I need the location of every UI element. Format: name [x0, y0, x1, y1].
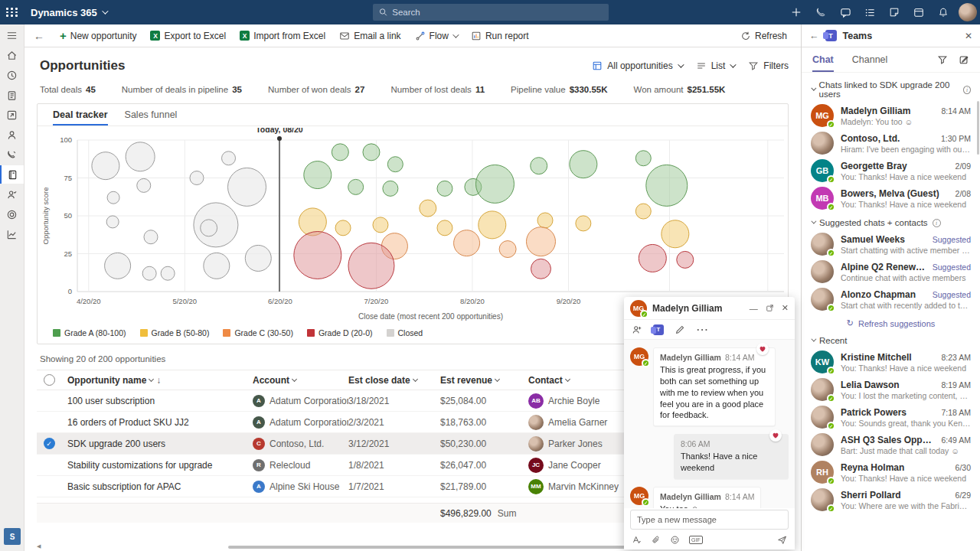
teams-icon[interactable]: T — [653, 324, 664, 335]
phone-icon[interactable] — [808, 0, 833, 24]
tab-channel[interactable]: Channel — [852, 47, 888, 72]
opportunities-icon[interactable] — [0, 165, 24, 184]
contact-cell[interactable]: ABArchie Boyle — [528, 393, 624, 409]
section-header[interactable]: Recent — [802, 330, 980, 348]
teams-scrollbar[interactable] — [977, 101, 979, 155]
app-title[interactable]: Dynamics 365 — [31, 7, 106, 18]
scroll-left-arrow[interactable]: ◀ — [37, 543, 41, 549]
column-header-c4[interactable]: Est revenue — [440, 375, 528, 386]
new-opportunity-button[interactable]: +New opportunity — [54, 26, 142, 46]
contacts-icon[interactable] — [0, 126, 24, 144]
chat-list-item[interactable]: ASH Q3 Sales Opportunity6:49 AMBart: Jus… — [802, 431, 980, 458]
chat-list-item[interactable]: GB✓Georgette Bray2/09You: Thanks! Have a… — [802, 157, 980, 184]
chat-list-item[interactable]: RH✓Reyna Holman6/30You: Thanks! Have a n… — [802, 458, 980, 486]
user-avatar[interactable] — [956, 0, 980, 24]
contact-cell[interactable]: Parker Jones — [528, 436, 624, 452]
account-cell[interactable]: AAdatum Corporation — [253, 395, 348, 407]
tab-chat[interactable]: Chat — [812, 47, 834, 72]
home-icon[interactable] — [0, 46, 24, 64]
add-person-icon[interactable] — [632, 324, 642, 335]
refresh-suggestions-link[interactable]: ↻Refresh suggestions — [802, 313, 980, 330]
filter-icon[interactable] — [937, 54, 948, 65]
contact-cell[interactable]: Amelia Garner — [528, 415, 624, 430]
search-input[interactable] — [392, 8, 603, 17]
account-cell[interactable]: AAlpine Ski House — [253, 481, 348, 493]
column-header-c1[interactable]: Opportunity name↓ — [67, 375, 253, 386]
account-cell[interactable]: CContoso, Ltd. — [253, 438, 348, 450]
chat-list-item[interactable]: ✓Sherri Pollard6/29You: Where are we wit… — [802, 486, 980, 514]
chat-list-item[interactable]: MB✓Bowers, Melva (Guest)2/08You: Thanks!… — [802, 184, 980, 212]
chat-list-item[interactable]: Alpine Q2 Renewal OpportunitySuggestedCo… — [802, 258, 980, 285]
section-header[interactable]: Chats linked to SDK upgrade 200 usersi — [802, 74, 980, 102]
select-all-cell[interactable] — [37, 374, 67, 386]
calls-icon[interactable] — [0, 145, 24, 164]
message-input[interactable] — [637, 515, 782, 524]
checklist-icon[interactable] — [858, 0, 882, 24]
pencil-icon[interactable] — [675, 324, 685, 335]
export-to-excel-button[interactable]: XExport to Excel — [144, 26, 232, 46]
opportunity-name-cell[interactable]: Basic subscription for APAC — [67, 481, 253, 492]
recent-icon[interactable] — [0, 66, 24, 84]
teams-close-icon[interactable]: ✕ — [965, 31, 972, 41]
goals-icon[interactable] — [0, 205, 24, 223]
tab-sales-funnel[interactable]: Sales funnel — [125, 104, 178, 126]
account-cell[interactable]: RRelecloud — [253, 459, 348, 471]
gif-icon[interactable]: GIF — [689, 536, 703, 544]
sales-app-badge[interactable]: S — [4, 528, 21, 545]
import-from-excel-button[interactable]: XImport from Excel — [234, 26, 332, 46]
format-icon[interactable] — [632, 535, 642, 545]
pinned-icon[interactable] — [0, 86, 24, 104]
emoji-icon[interactable] — [670, 535, 680, 545]
contact-cell[interactable]: MMMarvin McKinney — [528, 479, 624, 494]
competitors-icon[interactable] — [0, 185, 24, 204]
dashboard-icon[interactable] — [0, 106, 24, 124]
view-selector[interactable]: All opportunities — [592, 60, 681, 71]
popout-icon[interactable] — [766, 304, 774, 312]
back-button[interactable]: ← — [29, 30, 52, 42]
opportunity-name-cell[interactable]: SDK upgrade 200 users — [67, 439, 253, 449]
row-select-cell[interactable]: ✓ — [37, 438, 67, 449]
tab-deal-tracker[interactable]: Deal tracker — [53, 104, 108, 126]
chat-list-item[interactable]: ✓Samuel WeeksSuggestedStart chatting wit… — [802, 230, 980, 258]
close-icon[interactable]: ✕ — [782, 303, 789, 313]
email-a-link-button[interactable]: Email a link — [333, 26, 407, 46]
chat-list-item[interactable]: KW✓Kristine Mitchell8:23 AMYou: Thanks! … — [802, 348, 980, 376]
chat-list-item[interactable]: ✓Patrick Powers7:18 AMYou: Sounds great,… — [802, 403, 980, 431]
run-report-button[interactable]: Run report — [465, 26, 535, 46]
global-search[interactable] — [373, 4, 609, 21]
flow-button[interactable]: Flow — [409, 26, 463, 46]
message-input-box[interactable] — [630, 510, 789, 530]
opportunity-name-cell[interactable]: 16 orders of Product SKU JJ2 — [67, 417, 253, 428]
section-header[interactable]: Suggested chats + contactsi — [802, 212, 980, 230]
layout-selector[interactable]: List — [696, 60, 735, 71]
column-header-c5[interactable]: Contact — [528, 375, 624, 386]
app-launcher-waffle-icon[interactable] — [0, 0, 24, 24]
analytics-icon[interactable] — [0, 225, 24, 243]
chat-list-item[interactable]: ✓Alonzo ChapmanSuggestedStart chat with … — [802, 285, 980, 313]
column-header-c3[interactable]: Est close date — [348, 375, 440, 386]
opportunity-name-cell[interactable]: 100 user subscription — [67, 396, 253, 406]
contact-cell[interactable]: JCJane Cooper — [528, 458, 624, 473]
compose-icon[interactable] — [959, 54, 969, 65]
note-icon[interactable] — [882, 0, 906, 24]
teams-back-button[interactable]: ← — [809, 31, 819, 41]
calendar-icon[interactable] — [906, 0, 931, 24]
chat-list-item[interactable]: MG✓Madelyn Gilliam8:14 AMMadelyn: You to… — [802, 102, 980, 129]
filters-button[interactable]: Filters — [748, 60, 789, 71]
column-header-c2[interactable]: Account — [253, 375, 348, 386]
heart-reaction-icon[interactable] — [756, 343, 769, 355]
minimize-icon[interactable]: — — [750, 304, 758, 313]
opportunity-name-cell[interactable]: Stability customizations for upgrade — [67, 460, 253, 471]
more-icon[interactable]: ⋯ — [696, 322, 709, 337]
attach-icon[interactable] — [651, 535, 661, 545]
account-cell[interactable]: AAdatum Corporation — [253, 416, 348, 429]
chat-list-item[interactable]: Contoso, Ltd.1:30 PMHiram: I've been eng… — [802, 129, 980, 157]
send-icon[interactable] — [777, 535, 787, 545]
refresh-button[interactable]: Refresh — [734, 26, 793, 46]
chat-icon[interactable] — [833, 0, 858, 24]
select-all-circle[interactable] — [44, 374, 55, 386]
chat-list-item[interactable]: ✓Lelia Dawson8:19 AMYou: I lost the mark… — [802, 376, 980, 403]
add-icon[interactable] — [784, 0, 808, 24]
bell-icon[interactable] — [931, 0, 956, 24]
menu-icon[interactable] — [0, 26, 24, 44]
